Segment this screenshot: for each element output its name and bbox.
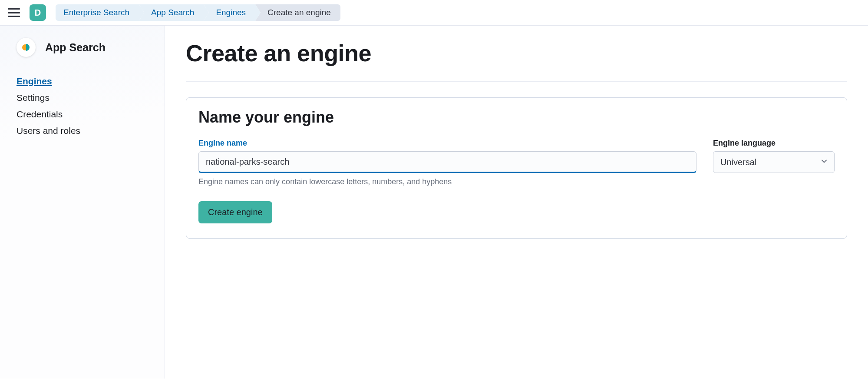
sidebar-header: App Search	[17, 38, 165, 57]
sidebar-nav: Engines Settings Credentials Users and r…	[17, 76, 165, 136]
avatar-initial: D	[35, 8, 41, 18]
main-content: Create an engine Name your engine Engine…	[165, 26, 868, 379]
engine-language-select[interactable]: Universal	[713, 151, 835, 173]
deployment-avatar[interactable]: D	[30, 4, 46, 21]
sidebar-item-credentials[interactable]: Credentials	[17, 109, 165, 120]
create-engine-panel: Name your engine Engine name Engine name…	[186, 97, 847, 239]
breadcrumb: Enterprise Search App Search Engines Cre…	[56, 4, 340, 21]
engine-name-field: Engine name Engine names can only contai…	[198, 139, 696, 186]
engine-language-field: Engine language Universal	[713, 139, 835, 173]
menu-toggle-button[interactable]	[8, 8, 20, 17]
engine-name-label: Engine name	[198, 139, 696, 148]
create-engine-button[interactable]: Create engine	[198, 201, 272, 223]
engine-language-label: Engine language	[713, 139, 835, 148]
panel-title: Name your engine	[198, 108, 835, 126]
engine-name-help: Engine names can only contain lowercase …	[198, 177, 696, 186]
breadcrumb-app-search[interactable]: App Search	[139, 4, 204, 21]
sidebar-item-engines[interactable]: Engines	[17, 76, 165, 86]
sidebar-title: App Search	[45, 41, 106, 54]
page-title: Create an engine	[186, 40, 847, 66]
breadcrumb-engines[interactable]: Engines	[204, 4, 255, 21]
engine-name-input[interactable]	[198, 151, 696, 173]
sidebar: App Search Engines Settings Credentials …	[0, 26, 165, 379]
breadcrumb-enterprise-search[interactable]: Enterprise Search	[56, 4, 139, 21]
divider	[186, 81, 847, 82]
breadcrumb-create-engine: Create an engine	[255, 4, 340, 21]
sidebar-item-settings[interactable]: Settings	[17, 93, 165, 103]
app-search-logo-icon	[17, 38, 36, 57]
sidebar-item-users-and-roles[interactable]: Users and roles	[17, 126, 165, 136]
topbar: D Enterprise Search App Search Engines C…	[0, 0, 868, 26]
